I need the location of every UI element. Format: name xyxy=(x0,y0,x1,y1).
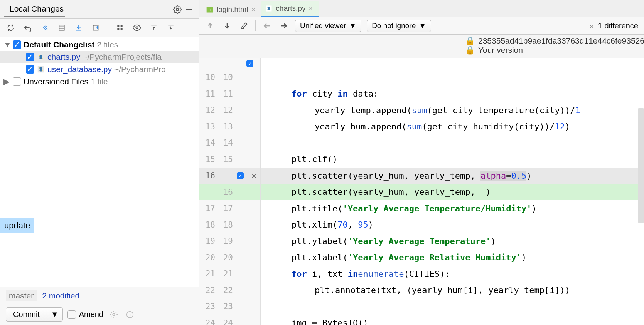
code-line[interactable]: plt.xlabel('Yearly Average Relative Humi… xyxy=(261,250,644,266)
gutter-line: 1919 xyxy=(199,233,260,250)
changelist-checkbox[interactable]: ✓ xyxy=(13,40,21,49)
close-icon[interactable]: ✕ xyxy=(309,5,313,12)
commit-message-area[interactable]: update xyxy=(0,218,199,287)
commit-settings-icon[interactable] xyxy=(108,309,120,320)
expand-icon[interactable] xyxy=(148,22,160,34)
diff-toolbar: Unified viewer ▼ Do not ignore ▼ » 1 dif… xyxy=(199,17,644,35)
gutter-line: 1818 xyxy=(199,217,260,233)
unversioned-row[interactable]: ▶ Unversioned Files 1 file xyxy=(0,75,199,88)
code-line[interactable]: plt.clf() xyxy=(261,151,644,168)
revision-hash: 235355ad41b9ae1fda33763d11e44c6fe9352678 xyxy=(478,36,644,45)
code-area[interactable]: for city in data:yearly_temp.append(sum(… xyxy=(261,58,644,325)
chevron-down-icon: ▼ xyxy=(419,22,426,30)
gear-icon[interactable] xyxy=(172,4,183,15)
file-path: ~/PycharmPro xyxy=(114,65,166,74)
code-line[interactable]: plt.xlim(70, 95) xyxy=(261,217,644,233)
revert-icon[interactable] xyxy=(22,22,34,34)
local-changes-panel: Local Changes ▼ ✓ Default Changelist 2 f… xyxy=(0,0,199,325)
changelist-icon[interactable] xyxy=(90,22,101,34)
preview-icon[interactable] xyxy=(131,22,143,34)
code-line[interactable] xyxy=(261,298,644,315)
edit-icon[interactable] xyxy=(238,20,250,32)
code-line[interactable]: plt.annotate(txt, (yearly_hum[i], yearly… xyxy=(261,282,644,299)
code-line[interactable]: plt.scatter(yearly_hum, yearly_temp, ) xyxy=(261,184,644,201)
changes-tree: ▼ ✓ Default Changelist 2 files ✓ charts.… xyxy=(0,37,199,218)
code-line[interactable]: for city in data: xyxy=(261,86,644,102)
diff-header: 🔒235355ad41b9ae1fda33763d11e44c6fe935267… xyxy=(199,35,644,58)
code-line[interactable]: for i, txt in enumerate(CITIES): xyxy=(261,266,644,282)
changelist-count: 2 files xyxy=(97,40,118,49)
branch-bar: master 2 modified xyxy=(0,287,199,304)
commit-button[interactable]: Commit ▼ xyxy=(6,307,63,322)
commit-dropdown[interactable]: ▼ xyxy=(47,308,62,321)
lock-icon: 🔒 xyxy=(465,45,475,55)
svg-point-23 xyxy=(42,70,43,71)
ignore-dropdown[interactable]: Do not ignore ▼ xyxy=(367,20,431,32)
chevron-right-icon[interactable]: ▶ xyxy=(3,77,10,86)
code-line[interactable]: img = BytesIO() xyxy=(261,315,644,325)
close-icon[interactable]: ✕ xyxy=(251,7,256,13)
python-file-icon xyxy=(37,53,45,61)
gutter-line: 1212 xyxy=(199,102,260,119)
file-checkbox[interactable]: ✓ xyxy=(26,65,34,74)
gutter-line: 16 xyxy=(199,184,260,201)
code-line[interactable]: plt.scatter(yearly_hum, yearly_temp, alp… xyxy=(261,168,644,184)
gutter-line: 2222 xyxy=(199,282,260,299)
scrollbar[interactable] xyxy=(638,108,644,223)
line-checkbox[interactable]: ✓ xyxy=(237,172,244,179)
code-line[interactable] xyxy=(261,135,644,151)
gutter-line: 1515 xyxy=(199,151,260,168)
select-all-checkbox[interactable]: ✓ xyxy=(246,60,253,67)
file-name: user_database.py xyxy=(47,65,112,74)
file-name: charts.py xyxy=(47,52,80,62)
gutter-line: 1717 xyxy=(199,200,260,217)
code-line[interactable]: yearly_temp.append(sum(get_city_temperat… xyxy=(261,102,644,119)
tab-charts-py[interactable]: charts.py ✕ xyxy=(261,1,319,17)
svg-text:H: H xyxy=(209,8,211,12)
forward-icon[interactable] xyxy=(278,20,290,32)
viewer-dropdown[interactable]: Unified viewer ▼ xyxy=(295,20,361,32)
python-file-icon xyxy=(37,65,45,74)
gutter-line: 1414 xyxy=(199,135,260,151)
amend-checkbox[interactable]: Amend xyxy=(67,310,103,319)
back-icon[interactable] xyxy=(261,20,273,32)
branch-name[interactable]: master xyxy=(6,290,37,301)
file-path: ~/PycharmProjects/fla xyxy=(83,52,162,62)
file-row[interactable]: ✓ charts.py ~/PycharmProjects/fla xyxy=(0,51,199,63)
rollback-icon[interactable] xyxy=(39,22,51,34)
diff-icon[interactable] xyxy=(56,22,67,34)
svg-rect-10 xyxy=(121,25,123,27)
code-line[interactable]: plt.title('Yearly Average Temperature/Hu… xyxy=(261,200,644,217)
shelve-icon[interactable] xyxy=(73,22,84,34)
collapse-icon[interactable] xyxy=(165,22,177,34)
file-row[interactable]: ✓ user_database.py ~/PycharmPro xyxy=(0,63,199,75)
gutter-line: 2121 xyxy=(199,266,260,282)
commit-message-text[interactable]: update xyxy=(0,218,34,233)
html-file-icon: H xyxy=(206,6,214,13)
gutter-line: 2424 xyxy=(199,315,260,325)
unversioned-checkbox[interactable] xyxy=(13,77,21,86)
vcs-toolbar xyxy=(0,19,199,37)
commit-history-icon[interactable] xyxy=(124,309,136,320)
file-checkbox[interactable]: ✓ xyxy=(26,53,34,61)
gutter-line: 1313 xyxy=(199,119,260,135)
minimize-icon[interactable] xyxy=(183,4,195,15)
diff-count: » 1 difference xyxy=(590,22,638,30)
next-diff-icon[interactable] xyxy=(221,20,233,32)
modified-link[interactable]: 2 modified xyxy=(42,291,79,300)
code-line[interactable]: yearly_hum.append(sum(get_city_humidity(… xyxy=(261,119,644,135)
code-line[interactable] xyxy=(261,69,644,86)
prev-diff-icon[interactable] xyxy=(204,20,216,32)
refresh-icon[interactable] xyxy=(5,22,17,34)
tab-login-html[interactable]: H login.html ✕ xyxy=(202,2,261,17)
changelist-row[interactable]: ▼ ✓ Default Changelist 2 files xyxy=(0,39,199,51)
svg-point-22 xyxy=(39,67,40,68)
gutter-line: 2323 xyxy=(199,298,260,315)
gutter-line: 1010 xyxy=(199,69,260,86)
svg-rect-2 xyxy=(59,25,64,30)
close-icon[interactable]: ✕ xyxy=(251,171,256,180)
chevron-down-icon[interactable]: ▼ xyxy=(3,40,10,49)
code-line[interactable]: plt.ylabel('Yearly Average Temperature') xyxy=(261,233,644,250)
group-icon[interactable] xyxy=(114,22,126,34)
diff-body: ✓ 10101111121213131414151516✓✕1617171818… xyxy=(199,58,644,325)
